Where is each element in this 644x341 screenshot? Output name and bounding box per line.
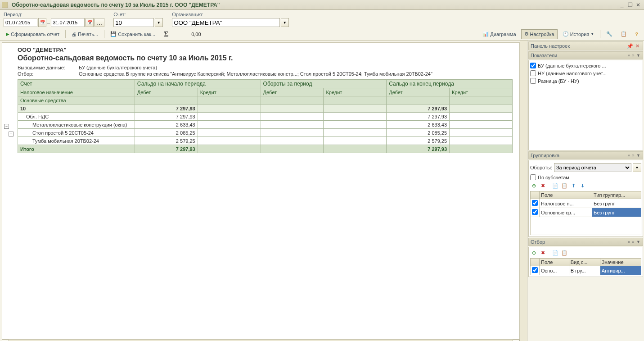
account-input[interactable] xyxy=(113,18,154,27)
filter-row[interactable]: Осно...В гру...Антивир... xyxy=(531,266,641,275)
output-data-label: Выводимые данные: xyxy=(18,65,79,70)
indicator-checkbox[interactable] xyxy=(530,70,536,76)
grouping-paste-icon[interactable]: 📋 xyxy=(561,182,568,189)
close-button[interactable]: ✕ xyxy=(634,1,642,9)
turns-select[interactable]: За период отчета xyxy=(554,163,631,172)
settings-button[interactable]: ⚙ Настройка xyxy=(521,29,558,39)
col-debit-2: Дебет xyxy=(261,88,324,96)
print-button[interactable]: 🖨 Печать... xyxy=(68,29,101,39)
maximize-button[interactable]: ❐ xyxy=(626,1,634,9)
col-credit-2: Кредит xyxy=(324,88,387,96)
diagram-button[interactable]: 📊 Диаграмма xyxy=(479,29,519,39)
grouping-row[interactable]: Основные ср...Без групп xyxy=(531,208,641,217)
org-dropdown-icon[interactable]: ▼ xyxy=(281,18,289,27)
save-as-button[interactable]: 💾 Сохранить как... xyxy=(107,29,158,39)
date-from-calendar-icon[interactable]: 📅 xyxy=(38,18,46,27)
play-icon: ▶ xyxy=(6,32,9,36)
tool-button-2[interactable]: 📋 xyxy=(617,29,630,39)
col-debit-1: Дебет xyxy=(135,88,198,96)
sigma-value: 0,00 xyxy=(174,32,219,37)
panel-pin-icon[interactable]: 📌 xyxy=(626,42,634,50)
grouping-down-icon[interactable]: ⬇ xyxy=(579,182,586,189)
filter-copy-icon[interactable]: 📄 xyxy=(552,249,559,256)
date-to-calendar-icon[interactable]: 📅 xyxy=(86,18,94,27)
help-button[interactable]: ? xyxy=(632,29,641,39)
history-button[interactable]: 🕘 История ▼ xyxy=(559,29,598,39)
grouping-up-icon[interactable]: ⬆ xyxy=(570,182,577,189)
grouping-header[interactable]: Группировка « » ▼ xyxy=(528,151,643,159)
filter-delete-icon[interactable]: ✖ xyxy=(539,249,546,256)
grouping-grid[interactable]: Поле Тип группир... Налоговое н...Без гр… xyxy=(530,191,641,217)
horizontal-scrollbar[interactable]: ◀ ▶ xyxy=(2,339,520,341)
grouping-nav-icon[interactable]: « » ▼ xyxy=(628,153,641,158)
col-balance-end: Сальдо на конец периода xyxy=(387,80,513,88)
report-title: Оборотно-сальдовая ведомость по счету 10… xyxy=(18,54,515,62)
turns-label: Обороты: xyxy=(530,165,552,170)
vertical-scrollbar[interactable] xyxy=(520,41,527,341)
tree-collapse-lvl1[interactable]: − xyxy=(4,124,9,129)
printer-icon: 🖨 xyxy=(72,32,77,37)
report-org-name: ООО "ДЕМЕТРА" xyxy=(18,46,515,53)
filter-label: Отбор: xyxy=(18,71,79,77)
filter-value: Основные средства В группе из списка "Ан… xyxy=(79,71,432,77)
main-area: − − ООО "ДЕМЕТРА" Оборотно-сальдовая вед… xyxy=(0,41,644,341)
save-icon: 💾 xyxy=(110,31,117,37)
report-container: − − ООО "ДЕМЕТРА" Оборотно-сальдовая вед… xyxy=(0,41,520,341)
table-row[interactable]: Тумба мобильная 20ТБ02-242 579,252 579,2… xyxy=(18,137,513,145)
filter-header[interactable]: Отбор « » ▼ xyxy=(528,238,643,246)
output-data-value: БУ (данные бухгалтерского учета) xyxy=(79,65,157,70)
filter-body: ⊕ ✖ 📄 📋 Поле Вид с... Значение Осно...В … xyxy=(528,247,643,277)
report-scroll[interactable]: − − ООО "ДЕМЕТРА" Оборотно-сальдовая вед… xyxy=(2,42,520,339)
col-turnover: Обороты за период xyxy=(261,80,387,88)
col-credit-3: Кредит xyxy=(450,88,513,96)
indicator-item[interactable]: БУ (данные бухгалтерского ... xyxy=(530,62,641,69)
report-table: Счет Сальдо на начало периода Обороты за… xyxy=(18,79,513,153)
indicator-checkbox[interactable] xyxy=(530,63,536,68)
by-subaccounts-checkbox[interactable] xyxy=(530,174,536,180)
total-row: Итого 7 297,93 7 297,93 xyxy=(18,145,513,153)
form-report-button[interactable]: ▶ Сформировать отчет xyxy=(3,29,63,39)
tool-button-1[interactable]: 🔧 xyxy=(603,29,616,39)
grouping-delete-icon[interactable]: ✖ xyxy=(539,182,546,189)
col-credit-1: Кредит xyxy=(198,88,261,96)
turns-dropdown-icon[interactable]: ▼ xyxy=(633,163,641,172)
settings-panel-header: Панель настроек 📌 ✕ xyxy=(528,41,643,50)
tree-collapse-lvl2[interactable]: − xyxy=(9,132,14,136)
filter-grid[interactable]: Поле Вид с... Значение Осно...В гру...Ан… xyxy=(530,258,641,275)
date-from-input[interactable] xyxy=(4,18,37,27)
org-input[interactable] xyxy=(172,18,280,27)
panel-close-icon[interactable]: ✕ xyxy=(634,42,641,50)
col-balance-start: Сальдо на начало периода xyxy=(135,80,261,88)
grouping-body: Обороты: За период отчета ▼ По субсчетам… xyxy=(528,160,643,237)
sigma-icon: Σ xyxy=(160,30,172,38)
filter-nav-icon[interactable]: « » ▼ xyxy=(628,240,641,244)
indicator-item[interactable]: НУ (данные налогового учет... xyxy=(530,69,641,77)
by-subaccounts-label: По субсчетам xyxy=(538,175,569,180)
filter-add-icon[interactable]: ⊕ xyxy=(530,249,537,256)
col-tax: Налоговое назначение xyxy=(18,88,135,96)
grouping-add-icon[interactable]: ⊕ xyxy=(530,182,537,189)
indicator-checkbox[interactable] xyxy=(530,78,536,84)
window-title: Оборотно-сальдовая ведомость по счету 10… xyxy=(10,2,618,8)
params-bar: Период: 📅 – 📅 ... Счет: ▼ Организация: ▼ xyxy=(0,10,644,28)
minimize-button[interactable]: _ xyxy=(618,1,626,9)
indicators-nav-icon[interactable]: « » ▼ xyxy=(628,53,641,58)
indicator-item[interactable]: Разница (БУ - НУ) xyxy=(530,77,641,85)
grouping-copy-icon[interactable]: 📄 xyxy=(552,182,559,189)
gear-icon: ⚙ xyxy=(524,31,529,37)
filter-paste-icon[interactable]: 📋 xyxy=(561,249,568,256)
col-debit-3: Дебет xyxy=(387,88,450,96)
toolbar: ▶ Сформировать отчет 🖨 Печать... 💾 Сохра… xyxy=(0,28,644,41)
grouping-row[interactable]: Налоговое н...Без групп xyxy=(531,199,641,208)
table-row[interactable]: Обл. НДС7 297,937 297,93 xyxy=(18,113,513,121)
indicators-header[interactable]: Показатели « » ▼ xyxy=(528,51,643,59)
table-row[interactable]: 107 297,937 297,93 xyxy=(18,105,513,113)
date-to-input[interactable] xyxy=(51,18,85,27)
chart-icon: 📊 xyxy=(482,31,489,37)
period-picker-button[interactable]: ... xyxy=(95,18,104,27)
table-row[interactable]: Металлопластиковые конструкции (окна)2 6… xyxy=(18,121,513,129)
col-account: Счет xyxy=(18,80,135,88)
col-assets: Основные средства xyxy=(18,96,135,105)
table-row[interactable]: Стол простой 5 20СТ05-242 085,252 085,25 xyxy=(18,129,513,137)
account-dropdown-icon[interactable]: ▼ xyxy=(155,18,163,27)
